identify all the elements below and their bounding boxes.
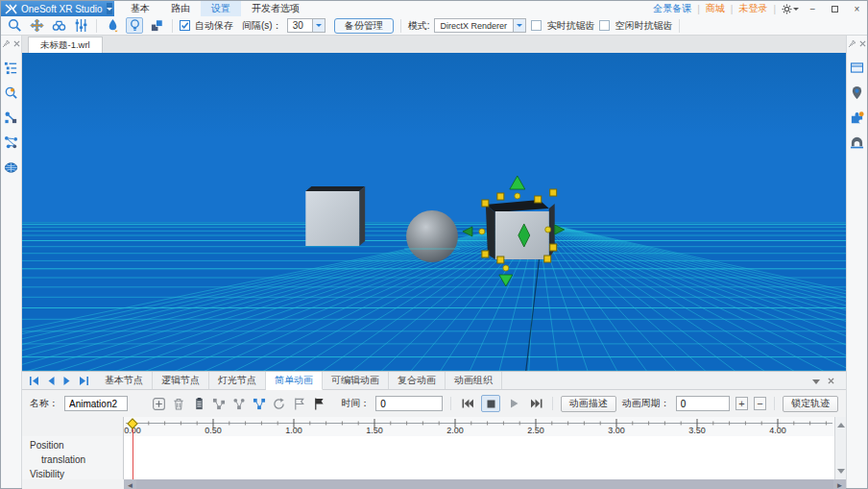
app-menu-dropdown[interactable] <box>107 3 112 14</box>
panorama-lesson-link[interactable]: 全景备课 <box>653 2 691 15</box>
flag-filled-icon[interactable] <box>312 396 326 411</box>
animation-name-input[interactable] <box>64 396 128 411</box>
tab-scroll-first[interactable] <box>30 377 39 385</box>
animation-controls: 名称： 时间： <box>22 390 846 417</box>
interval-select[interactable]: 30 <box>287 18 326 33</box>
minimize-button[interactable]: − <box>805 2 821 15</box>
viewport-3d[interactable] <box>22 53 846 371</box>
cube-object[interactable] <box>305 186 365 246</box>
menu-developer-options[interactable]: 开发者选项 <box>241 1 310 16</box>
timeline: 0.00 0.50 1.00 1.50 2.00 2.50 3.00 3.50 … <box>22 417 846 489</box>
document-tab[interactable]: 未标题-1.wrl <box>28 37 103 53</box>
period-increase-button[interactable]: + <box>735 397 748 410</box>
backup-manage-button[interactable]: 备份管理 <box>334 18 394 34</box>
tab-logic-nodes[interactable]: 逻辑节点 <box>153 372 209 389</box>
tab-basic-nodes[interactable]: 基本节点 <box>96 372 153 389</box>
hscroll-thumb[interactable] <box>136 479 833 489</box>
store-link[interactable]: 商城 <box>706 2 725 15</box>
loop-icon[interactable] <box>272 396 286 411</box>
divider <box>400 19 401 33</box>
collapse-right-icon[interactable] <box>858 39 866 47</box>
login-link[interactable]: 未登录 <box>738 2 767 15</box>
panel-close-icon[interactable] <box>828 375 834 386</box>
stop-button[interactable] <box>481 395 501 412</box>
ruler-label: 0.50 <box>205 426 222 435</box>
node-active-icon[interactable] <box>252 396 266 411</box>
search-icon[interactable] <box>6 17 23 34</box>
renderer-select[interactable]: DirectX Renderer <box>434 18 526 33</box>
clipboard-icon[interactable] <box>192 396 206 411</box>
tab-scroll-last[interactable] <box>79 377 88 385</box>
scroll-up-icon[interactable] <box>837 419 845 428</box>
realtime-aa-checkbox[interactable] <box>531 20 542 31</box>
map-pin-icon[interactable] <box>850 85 865 100</box>
panel-browser-icon[interactable] <box>850 60 865 75</box>
tab-light-nodes[interactable]: 灯光节点 <box>209 372 266 389</box>
divider: | <box>731 4 734 14</box>
track-position[interactable]: Position <box>22 438 123 452</box>
node-paste-icon[interactable] <box>231 396 246 411</box>
interval-value: 30 <box>288 19 312 32</box>
settings-gear-icon[interactable] <box>782 4 799 14</box>
period-decrease-button[interactable]: − <box>754 397 766 410</box>
restore-button[interactable] <box>827 2 843 15</box>
delete-icon[interactable] <box>172 396 186 411</box>
menu-settings[interactable]: 设置 <box>201 1 241 16</box>
scroll-right-icon[interactable]: ► <box>833 479 846 489</box>
autosave-checkbox[interactable] <box>180 20 190 31</box>
scroll-left-icon[interactable]: ◄ <box>124 479 136 489</box>
scroll-down-icon[interactable] <box>837 469 845 477</box>
autosave-label: 自动保存 <box>195 19 233 33</box>
close-button[interactable]: × <box>849 2 865 15</box>
node-network-icon[interactable] <box>4 134 19 150</box>
tab-scroll-next[interactable] <box>63 377 70 385</box>
idle-aa-checkbox[interactable] <box>599 20 610 31</box>
tab-scroll-prev[interactable] <box>48 377 55 385</box>
binoculars-icon[interactable] <box>50 17 67 34</box>
track-translation[interactable]: translation <box>22 452 123 467</box>
skip-start-icon[interactable] <box>459 396 475 411</box>
divider: | <box>697 4 700 14</box>
keyframe-area[interactable] <box>124 436 834 479</box>
skip-end-icon[interactable] <box>528 396 544 411</box>
node-copy-icon[interactable] <box>212 396 227 411</box>
add-keyframe-icon[interactable] <box>152 396 166 411</box>
search-model-icon[interactable] <box>4 85 19 100</box>
ruler-gutter <box>22 417 124 436</box>
lock-track-button[interactable]: 锁定轨迹 <box>783 396 838 412</box>
tab-simple-animation[interactable]: 简单动画 <box>266 372 323 390</box>
plugin-puzzle-icon[interactable] <box>850 110 865 125</box>
hierarchy-icon[interactable] <box>4 110 19 125</box>
selected-cube-object[interactable] <box>486 200 555 259</box>
resource-library-icon[interactable] <box>850 134 865 150</box>
bulb-icon[interactable] <box>126 17 143 34</box>
fill-icon[interactable] <box>104 17 121 34</box>
tab-animation-organize[interactable]: 动画组织 <box>446 372 502 389</box>
tab-editable-animation[interactable]: 可编辑动画 <box>323 372 389 389</box>
timeline-hscrollbar[interactable]: ◄ ► <box>22 479 846 489</box>
flag-outline-icon[interactable] <box>292 396 306 411</box>
titlebar: OneSoft XR Studio 基本 路由 设置 开发者选项 全景备课 | … <box>1 1 867 16</box>
period-label: 动画周期： <box>622 397 670 410</box>
hscroll-gutter <box>22 479 124 489</box>
time-input[interactable] <box>375 396 443 411</box>
cubes-icon[interactable] <box>148 17 165 34</box>
globe-icon[interactable] <box>4 159 19 175</box>
outline-tree-icon[interactable] <box>4 60 19 75</box>
timeline-ruler[interactable]: 0.00 0.50 1.00 1.50 2.00 2.50 3.00 3.50 … <box>124 417 834 436</box>
menu-routing[interactable]: 路由 <box>160 1 201 16</box>
sliders-icon[interactable] <box>72 17 89 34</box>
playhead[interactable] <box>133 421 133 479</box>
animation-desc-button[interactable]: 动画描述 <box>561 396 616 412</box>
menu-basic[interactable]: 基本 <box>120 1 160 16</box>
tab-composite-animation[interactable]: 复合动画 <box>389 372 446 389</box>
pin-icon[interactable] <box>848 39 856 47</box>
period-input[interactable] <box>676 396 730 411</box>
ruler-label: 4.00 <box>769 426 786 435</box>
panel-collapse-icon[interactable] <box>812 375 820 386</box>
move-icon[interactable] <box>28 17 45 34</box>
pin-icon[interactable] <box>2 39 10 47</box>
collapse-left-icon[interactable] <box>12 39 20 47</box>
app-logo-icon <box>5 4 17 14</box>
play-icon[interactable] <box>506 396 522 411</box>
